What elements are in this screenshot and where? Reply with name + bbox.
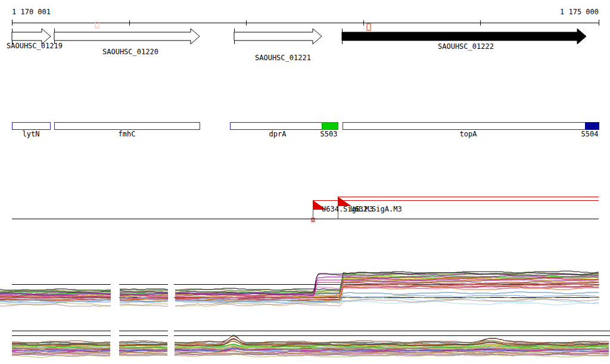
gene-box-fmhC[interactable] — [54, 122, 200, 129]
tss-label-U632-SigA: U632.SigA.M3 — [350, 206, 402, 213]
panel2-series — [12, 355, 110, 357]
gene-box-S503[interactable] — [322, 122, 338, 129]
gene-label-SAOUHSC_01222: SAOUHSC_01222 — [438, 43, 494, 50]
gene-box-dprA[interactable] — [230, 122, 322, 129]
ruler-end-label: 1 175 000 — [560, 8, 599, 15]
gene-label-S504: S504 — [581, 130, 599, 138]
gene-label-S503: S503 — [320, 130, 338, 138]
gene-label-SAOUHSC_01219: SAOUHSC_01219 — [7, 42, 63, 49]
gene-box-lytN[interactable] — [12, 122, 50, 129]
gene-box-topA[interactable] — [343, 122, 599, 129]
gene-label-dprA: dprA — [269, 130, 287, 138]
gene-label-SAOUHSC_01220: SAOUHSC_01220 — [102, 48, 158, 55]
gene-label-SAOUHSC_01221: SAOUHSC_01221 — [255, 54, 311, 61]
gene-label-topA: topA — [460, 130, 477, 138]
ruler-marker-1[interactable] — [367, 24, 371, 30]
gene-label-lytN: lytN — [23, 130, 40, 138]
ruler-start-label: 1 170 001 — [12, 8, 51, 15]
gene-label-fmhC: fmhC — [119, 130, 136, 138]
gene-arrow-SAOUHSC_01221[interactable] — [234, 29, 322, 44]
gene-arrow-SAOUHSC_01220[interactable] — [54, 29, 200, 44]
genome-browser-view: 1 170 001 1 175 000 SAOUHSC_01219 SAOUHS… — [0, 0, 610, 364]
gene-box-S504[interactable] — [585, 122, 599, 129]
